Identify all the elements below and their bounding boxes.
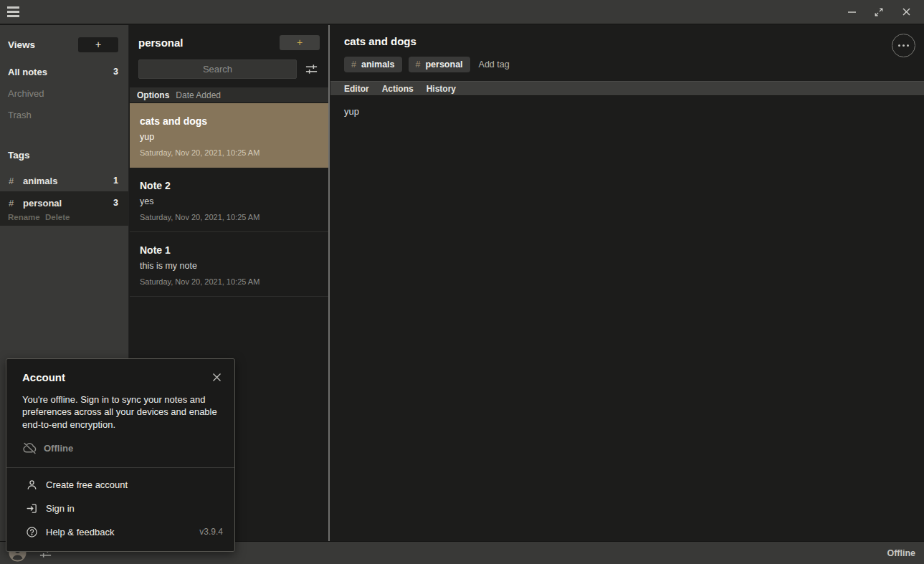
note-title: Note 1 — [140, 244, 318, 256]
sidebar-tag-animals[interactable]: # animals 1 — [0, 170, 128, 191]
hash-icon: # — [9, 198, 23, 209]
account-popup: Account You're offline. Sign in to sync … — [6, 358, 235, 552]
create-account-button[interactable]: Create free account — [6, 473, 234, 497]
editor-menubar: Editor Actions History — [330, 81, 924, 96]
note-list-item[interactable]: cats and dogs yup Saturday, Nov 20, 2021… — [130, 103, 328, 168]
add-note-button[interactable]: + — [280, 35, 320, 50]
note-title: Note 2 — [140, 180, 318, 191]
help-feedback-button[interactable]: Help & feedback v3.9.4 — [6, 520, 234, 544]
search-filter-icon[interactable] — [303, 62, 320, 77]
account-popup-menu: Create free account Sign in — [6, 468, 234, 551]
tag-animals-count: 1 — [113, 176, 118, 186]
account-popup-title: Account — [22, 371, 65, 383]
note-preview: yup — [140, 132, 318, 142]
minimize-button[interactable] — [841, 3, 862, 21]
editor-panel: cats and dogs # animals # personal Add t… — [330, 25, 924, 541]
add-view-button[interactable]: + — [78, 37, 118, 52]
help-feedback-label: Help & feedback — [46, 527, 114, 537]
app-version-label: v3.9.4 — [199, 527, 223, 537]
offline-status-label: Offline — [44, 443, 73, 454]
tag-pill-label: animals — [361, 59, 395, 70]
note-list-item[interactable]: Note 2 yes Saturday, Nov 20, 2021, 10:25… — [130, 168, 328, 232]
add-tag-input[interactable]: Add tag — [479, 59, 510, 70]
tag-actions: Rename Delete — [0, 211, 128, 221]
sidebar-item-archived[interactable]: Archived — [0, 82, 128, 104]
hash-icon: # — [351, 59, 356, 70]
person-icon — [26, 479, 38, 491]
sign-in-button[interactable]: Sign in — [6, 497, 234, 520]
sidebar-item-all-notes[interactable]: All notes 3 — [0, 61, 128, 82]
app-window: Views + All notes 3 Archived Trash Tags … — [0, 0, 924, 564]
help-icon — [26, 526, 38, 538]
note-date: Saturday, Nov 20, 2021, 10:25 AM — [140, 277, 318, 286]
sync-status-label: Offline — [887, 548, 915, 558]
hash-icon: # — [416, 59, 421, 70]
note-title: cats and dogs — [140, 115, 318, 127]
hash-icon: # — [9, 176, 23, 186]
menu-editor[interactable]: Editor — [344, 84, 369, 94]
menu-history[interactable]: History — [427, 84, 456, 94]
note-editor-title: cats and dogs — [344, 35, 913, 47]
tag-pill-animals[interactable]: # animals — [344, 57, 402, 72]
create-account-label: Create free account — [46, 479, 128, 490]
all-notes-count: 3 — [113, 67, 118, 77]
note-date: Saturday, Nov 20, 2021, 10:25 AM — [140, 213, 318, 221]
note-list-item[interactable]: Note 1 this is my note Saturday, Nov 20,… — [130, 232, 328, 297]
sidebar-tag-personal[interactable]: # personal 3 — [0, 194, 128, 211]
tag-personal-label: personal — [23, 198, 113, 209]
list-title: personal — [138, 37, 184, 49]
delete-tag-button[interactable]: Delete — [45, 213, 70, 221]
note-preview: this is my note — [140, 261, 318, 271]
tags-header: Tags — [8, 150, 30, 161]
more-options-icon[interactable] — [892, 34, 915, 57]
cloud-off-icon — [22, 441, 37, 456]
maximize-button[interactable] — [868, 3, 890, 21]
search-input[interactable] — [138, 59, 297, 79]
tag-pill-personal[interactable]: # personal — [409, 57, 470, 72]
note-content-textarea[interactable]: yup — [330, 96, 924, 127]
sidebar-item-trash[interactable]: Trash — [0, 104, 128, 125]
title-bar — [0, 0, 924, 24]
options-button[interactable]: Options — [137, 90, 169, 100]
sign-in-label: Sign in — [46, 503, 75, 514]
sort-label: Date Added — [176, 90, 221, 100]
tag-pill-label: personal — [425, 59, 462, 70]
window-controls — [841, 3, 917, 21]
sidebar-tag-personal-selected: # personal 3 Rename Delete — [0, 191, 128, 226]
tag-animals-label: animals — [23, 176, 113, 186]
rename-tag-button[interactable]: Rename — [8, 213, 40, 221]
archived-label: Archived — [8, 88, 44, 99]
close-icon[interactable] — [209, 369, 224, 385]
trash-label: Trash — [8, 110, 32, 120]
note-date: Saturday, Nov 20, 2021, 10:25 AM — [140, 148, 318, 157]
offline-status-row: Offline — [6, 431, 234, 468]
hamburger-menu-icon[interactable] — [7, 4, 26, 20]
note-preview: yes — [140, 196, 318, 206]
views-header: Views — [8, 39, 35, 50]
menu-actions[interactable]: Actions — [382, 84, 414, 94]
list-options-bar: Options Date Added — [130, 87, 328, 103]
tag-personal-count: 3 — [113, 198, 118, 208]
all-notes-label: All notes — [8, 67, 47, 77]
offline-message: You're offline. Sign in to sync your not… — [6, 385, 234, 431]
close-button[interactable] — [895, 3, 917, 21]
sign-in-icon — [26, 502, 38, 515]
